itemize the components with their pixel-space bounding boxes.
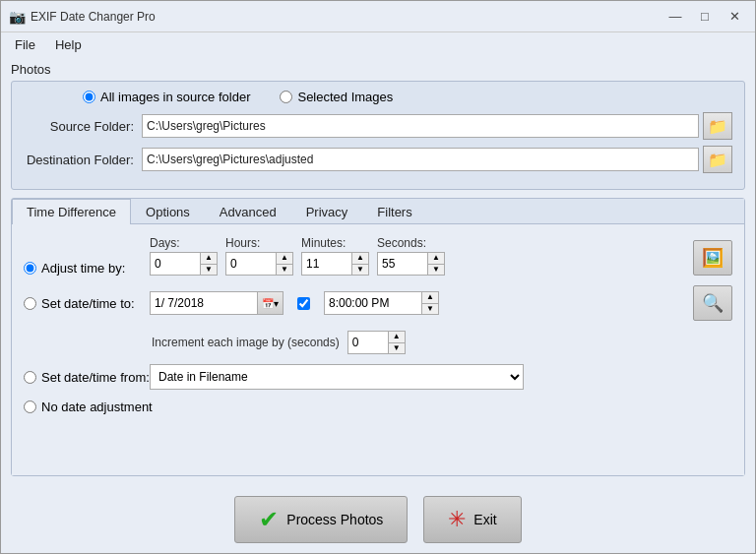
- no-adjustment-radio[interactable]: [24, 400, 36, 413]
- image-selection-row: All images in source folder Selected Ima…: [24, 90, 732, 104]
- hours-up-arrow[interactable]: ▲: [277, 253, 292, 265]
- minutes-label: Minutes:: [301, 236, 346, 250]
- days-down-arrow[interactable]: ▼: [201, 265, 217, 276]
- time-up-arrow[interactable]: ▲: [422, 292, 438, 304]
- process-photos-button[interactable]: ✔ Process Photos: [234, 496, 408, 543]
- time-down-arrow[interactable]: ▼: [422, 304, 438, 315]
- all-images-radio[interactable]: [83, 91, 95, 103]
- set-datetime-option[interactable]: Set date/time to:: [24, 296, 142, 311]
- tab-content-time-difference: Adjust time by: Days: ▲ ▼: [12, 224, 744, 475]
- time-diff-grid: Adjust time by: Days: ▲ ▼: [24, 236, 732, 414]
- seconds-spinner: ▲ ▼: [377, 252, 445, 276]
- time-input-group: ▲ ▼: [324, 291, 439, 315]
- selected-images-option[interactable]: Selected Images: [280, 90, 393, 104]
- increment-up-arrow[interactable]: ▲: [389, 332, 405, 343]
- seconds-input[interactable]: [378, 253, 427, 275]
- tabs-section: Time Difference Options Advanced Privacy…: [11, 198, 745, 476]
- source-folder-label: Source Folder:: [24, 119, 142, 134]
- increment-input[interactable]: [348, 332, 388, 353]
- time-arrows: ▲ ▼: [422, 291, 439, 315]
- window-title: EXIF Date Changer Pro: [31, 10, 662, 24]
- hours-spinner: ▲ ▼: [225, 252, 293, 276]
- destination-folder-label: Destination Folder:: [24, 153, 142, 167]
- hours-label: Hours:: [225, 236, 260, 250]
- destination-folder-input[interactable]: [142, 148, 699, 171]
- all-images-option[interactable]: All images in source folder: [83, 90, 250, 104]
- date-input[interactable]: [150, 291, 258, 315]
- increment-label: Increment each image by (seconds): [152, 336, 340, 349]
- menu-file[interactable]: File: [7, 35, 43, 54]
- tab-privacy[interactable]: Privacy: [291, 199, 363, 224]
- seconds-up-arrow[interactable]: ▲: [428, 253, 444, 265]
- minimize-button[interactable]: —: [662, 6, 688, 28]
- close-button[interactable]: ✕: [722, 6, 747, 28]
- adjust-time-label: Adjust time by:: [41, 261, 125, 276]
- days-spinner-group: Days: ▲ ▼: [150, 236, 218, 276]
- seconds-spinner-group: Seconds: ▲ ▼: [377, 236, 445, 276]
- hours-input[interactable]: [226, 253, 276, 275]
- increment-row: Increment each image by (seconds) ▲ ▼: [24, 331, 732, 354]
- adjust-time-row: Adjust time by: Days: ▲ ▼: [24, 236, 732, 276]
- minutes-spinner-group: Minutes: ▲ ▼: [301, 236, 369, 276]
- checkmark-icon: ✔: [259, 506, 279, 533]
- set-datetime-row: Set date/time to: 📅▾: [24, 285, 732, 321]
- set-datetime-action-button[interactable]: 🔍: [693, 285, 732, 321]
- set-from-option[interactable]: Set date/time from:: [24, 370, 142, 385]
- time-input[interactable]: [324, 291, 422, 315]
- adjust-time-option[interactable]: Adjust time by:: [24, 261, 142, 276]
- selected-images-radio[interactable]: [280, 91, 292, 103]
- source-folder-browse-button[interactable]: 📁: [703, 112, 732, 140]
- tab-time-difference[interactable]: Time Difference: [12, 199, 131, 224]
- folder-save-icon: 📁: [708, 151, 727, 169]
- set-from-row: Set date/time from: Date in Filename Fil…: [24, 364, 732, 390]
- minutes-input[interactable]: [302, 253, 351, 275]
- maximize-button[interactable]: □: [692, 6, 718, 28]
- no-adjustment-row: No date adjustment: [24, 400, 732, 414]
- set-from-label: Set date/time from:: [41, 370, 150, 385]
- increment-arrows: ▲ ▼: [388, 332, 405, 353]
- destination-folder-browse-button[interactable]: 📁: [703, 146, 732, 173]
- adjust-time-radio[interactable]: [24, 262, 36, 275]
- increment-down-arrow[interactable]: ▼: [389, 343, 405, 354]
- no-adjustment-label: No date adjustment: [41, 400, 153, 414]
- time-checkbox[interactable]: [297, 297, 310, 310]
- set-from-select[interactable]: Date in Filename File Created Date File …: [150, 364, 524, 390]
- increment-spinner: ▲ ▼: [347, 331, 406, 354]
- minutes-up-arrow[interactable]: ▲: [352, 253, 368, 265]
- days-label: Days:: [150, 236, 180, 250]
- hours-down-arrow[interactable]: ▼: [277, 265, 292, 276]
- date-picker-group: 📅▾: [150, 291, 284, 315]
- main-content: Photos All images in source folder Selec…: [1, 56, 755, 486]
- source-folder-row: Source Folder: 📁: [24, 112, 732, 140]
- tab-advanced[interactable]: Advanced: [205, 199, 291, 224]
- set-from-radio[interactable]: [24, 371, 36, 384]
- adjust-action-button[interactable]: 🖼️: [693, 240, 732, 276]
- main-window: 📷 EXIF Date Changer Pro — □ ✕ File Help …: [0, 0, 756, 554]
- tab-filters[interactable]: Filters: [362, 199, 426, 224]
- photos-section: Photos All images in source folder Selec…: [11, 62, 745, 190]
- menu-help[interactable]: Help: [47, 35, 90, 54]
- no-adjustment-option[interactable]: No date adjustment: [24, 400, 153, 414]
- tab-bar: Time Difference Options Advanced Privacy…: [12, 199, 744, 224]
- selected-images-label: Selected Images: [297, 90, 393, 104]
- title-bar: 📷 EXIF Date Changer Pro — □ ✕: [1, 1, 755, 32]
- calendar-button[interactable]: 📅▾: [258, 291, 284, 315]
- exit-button[interactable]: ✳ Exit: [423, 496, 521, 543]
- minutes-down-arrow[interactable]: ▼: [352, 265, 368, 276]
- seconds-label: Seconds:: [377, 236, 426, 250]
- set-datetime-label: Set date/time to:: [41, 296, 135, 311]
- camera-adjust-icon: 🖼️: [702, 247, 724, 269]
- minutes-spinner: ▲ ▼: [301, 252, 369, 276]
- app-icon: 📷: [9, 9, 25, 25]
- days-up-arrow[interactable]: ▲: [201, 253, 217, 265]
- seconds-down-arrow[interactable]: ▼: [428, 265, 444, 276]
- days-input[interactable]: [151, 253, 200, 275]
- menu-bar: File Help: [1, 32, 755, 56]
- set-datetime-radio[interactable]: [24, 297, 36, 310]
- source-folder-input[interactable]: [142, 114, 699, 138]
- tab-options[interactable]: Options: [131, 199, 205, 224]
- all-images-label: All images in source folder: [100, 90, 250, 104]
- action-btn-2: 🔍: [693, 285, 732, 321]
- search-photo-icon: 🔍: [702, 292, 724, 314]
- exit-label: Exit: [473, 512, 496, 527]
